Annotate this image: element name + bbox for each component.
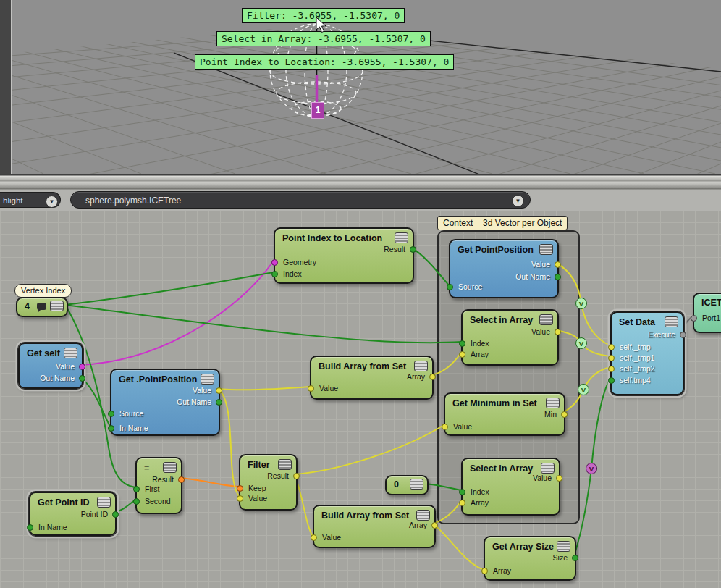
node-menu-icon[interactable] [97,497,111,508]
node-build-array-from-set-top[interactable]: Build Array from Set Array Value [310,356,434,400]
node-title: Build Array from Set [321,511,409,521]
node-menu-icon[interactable] [539,244,553,255]
port-dot[interactable] [459,500,465,506]
port-dot[interactable] [556,475,562,482]
node-select-in-array-bottom[interactable]: Select in Array Value Index Array [461,458,560,516]
port-dot[interactable] [271,259,278,266]
port-label: Array [493,566,511,575]
node-get-array-size[interactable]: Get Array Size Size Array [484,536,576,581]
highlight-dropdown[interactable]: hlight ▼ [0,192,61,208]
tree-selector-label: sphere.polymsh.ICETree [85,196,181,206]
port-dot[interactable] [555,261,561,268]
port-dot[interactable] [608,366,615,372]
port-dot[interactable] [459,351,465,358]
port-dot[interactable] [431,522,438,529]
horizontal-splitter[interactable] [0,174,721,190]
node-select-in-array-top[interactable]: Select in Array Value Index Array [461,309,559,366]
node-get-point-id[interactable]: Get Point ID Point ID In Name [29,492,117,536]
port-dot[interactable] [133,498,140,505]
wire-4-to-pil-index [65,272,274,305]
port-dot[interactable] [410,246,416,253]
node-get-minimum-in-set[interactable]: Get Minimum in Set Min Value [444,392,565,436]
node-icetree[interactable]: ICETree Port1 [693,293,721,333]
chevron-down-icon[interactable]: ▼ [46,196,58,208]
port-dot[interactable] [311,534,317,541]
node-menu-icon[interactable] [50,301,64,311]
value-tooltip-point-index-to-location: Point Index to Location: -3.6955, -1.530… [195,54,454,70]
node-equals[interactable]: = Result First Second [135,457,182,514]
node-get-pointposition[interactable]: Get PointPosition Value Out Name Source [449,239,559,298]
node-menu-icon[interactable] [414,361,428,371]
port-dot[interactable] [481,568,488,574]
node-get-dot-pointposition[interactable]: Get .PointPosition Value Out Name Source… [110,369,220,436]
port-dot[interactable] [108,425,114,432]
port-dot[interactable] [108,411,114,417]
port-dot[interactable] [79,364,85,370]
port-dot[interactable] [572,555,578,561]
annotation-vertex-index[interactable]: Vertex Index [14,284,72,298]
node-menu-icon[interactable] [541,463,555,474]
wire-getself-value-to-pil-geometry [80,261,274,365]
port-dot[interactable] [429,374,436,380]
port-dot[interactable] [79,375,85,382]
port-dot[interactable] [608,377,615,384]
node-menu-icon[interactable] [539,314,553,325]
port-label: Value [248,494,267,503]
port-dot[interactable] [133,486,140,492]
node-menu-icon[interactable] [163,462,177,473]
port-dot[interactable] [216,387,222,394]
port-dot[interactable] [555,329,561,335]
comment-bubble-icon[interactable] [37,303,46,310]
port-dot[interactable] [216,399,222,406]
node-menu-icon[interactable] [278,459,292,470]
port-label: In Name [119,424,148,432]
node-menu-icon[interactable] [557,541,570,552]
node-filter[interactable]: Filter Result Keep Value [239,454,298,511]
port-dot[interactable] [691,315,697,322]
node-point-index-to-location[interactable]: Point Index to Location Result Geometry … [274,227,414,284]
node-title: Set Data [619,317,655,327]
port-dot[interactable] [271,271,278,277]
port-label: Keep [248,484,266,492]
node-menu-icon[interactable] [201,374,214,385]
port-dot[interactable] [608,344,615,350]
port-dot[interactable] [459,489,465,495]
port-dot[interactable] [442,424,448,430]
port-dot[interactable] [237,495,243,502]
port-label: Execute [648,330,675,339]
port-label: Result [152,475,174,484]
wire-getself-outname-to-getpp2-inname [80,377,110,427]
node-value-4[interactable]: 4 [16,297,68,317]
port-dot[interactable] [27,524,33,531]
port-dot[interactable] [608,355,615,361]
node-menu-icon[interactable] [416,510,430,521]
port-dot[interactable] [555,274,561,280]
node-get-self[interactable]: Get self Value Out Name [18,343,83,389]
viewport-left-edge [0,0,12,174]
node-build-array-from-set-bottom[interactable]: Build Array from Set Array Value [313,505,436,548]
port-dot[interactable] [447,284,453,290]
port-dot[interactable] [178,476,185,483]
3d-viewport[interactable]: Filter: -3.6955, -1.5307, 0 Select in Ar… [0,0,721,174]
chevron-down-icon[interactable]: ▼ [512,195,524,207]
node-menu-icon[interactable] [64,348,77,358]
node-set-data[interactable]: Set Data Execute self._tmp self._tmp1 se… [610,311,684,395]
node-menu-icon[interactable] [665,316,678,327]
port-label: In Name [38,523,67,532]
port-dot[interactable] [308,385,314,392]
port-label: Array [471,350,489,358]
port-dot[interactable] [680,332,686,338]
node-graph-canvas[interactable]: Context = 3d Vector per Object [0,211,721,588]
port-dot[interactable] [293,473,300,479]
port-dot[interactable] [112,511,119,518]
port-dot[interactable] [561,411,568,418]
node-title: Get PointPosition [458,245,534,255]
port-dot[interactable] [459,340,465,347]
node-menu-icon[interactable] [546,398,560,408]
tree-selector-dropdown[interactable]: sphere.polymsh.ICETree ▼ [70,191,531,209]
port-dot[interactable] [237,485,243,492]
port-label: Result [267,471,289,480]
node-value-0[interactable]: 0 [385,475,429,495]
node-menu-icon[interactable] [395,232,408,243]
node-menu-icon[interactable] [410,479,423,490]
